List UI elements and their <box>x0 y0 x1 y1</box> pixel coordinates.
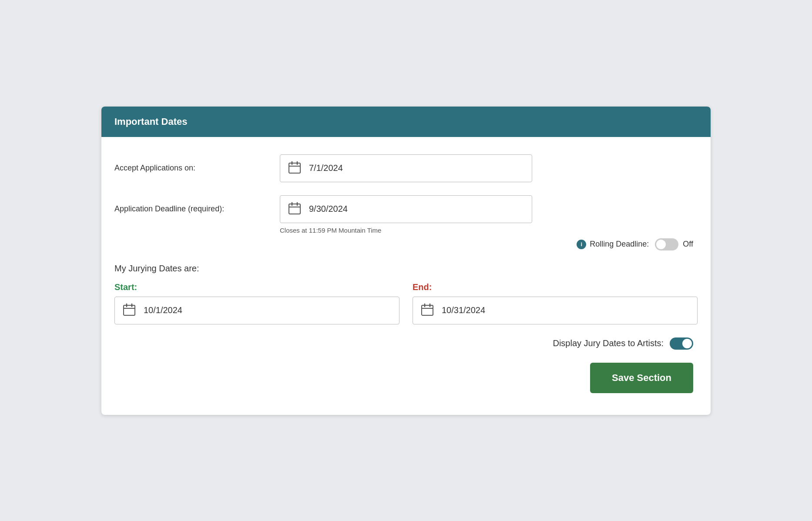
accept-applications-label: Accept Applications on: <box>114 164 280 173</box>
svg-rect-4 <box>289 204 300 214</box>
display-jury-dates-row: Display Jury Dates to Artists: <box>114 337 698 350</box>
jurying-start-label: Start: <box>114 282 399 292</box>
card-body: Accept Applications on: 7/1/2024 Applica… <box>101 137 711 415</box>
application-deadline-date-value: 9/30/2024 <box>309 204 348 214</box>
jurying-end-date-value: 10/31/2024 <box>442 305 485 315</box>
calendar-icon <box>288 202 301 217</box>
accept-applications-date-input[interactable]: 7/1/2024 <box>280 154 532 182</box>
rolling-deadline-slider <box>655 238 678 250</box>
svg-rect-8 <box>124 305 135 315</box>
save-section-button[interactable]: Save Section <box>590 363 693 393</box>
calendar-icon <box>123 303 136 318</box>
save-section-row: Save Section <box>114 363 698 393</box>
rolling-deadline-row: i Rolling Deadline: Off <box>114 238 698 250</box>
calendar-icon <box>421 303 434 318</box>
jurying-dates-label: My Jurying Dates are: <box>114 264 698 274</box>
jurying-dates-row: Start: 10/1/2024 <box>114 282 698 324</box>
card-title: Important Dates <box>114 116 698 127</box>
svg-rect-0 <box>289 163 300 173</box>
application-deadline-label: Application Deadline (required): <box>114 204 280 214</box>
svg-rect-12 <box>422 305 433 315</box>
rolling-deadline-label: Rolling Deadline: <box>590 240 649 249</box>
closes-text: Closes at 11:59 PM Mountain Time <box>280 227 698 234</box>
accept-applications-date-value: 7/1/2024 <box>309 163 343 173</box>
info-icon: i <box>577 240 586 249</box>
application-deadline-date-input[interactable]: 9/30/2024 <box>280 195 532 223</box>
calendar-icon <box>288 161 301 176</box>
jurying-end-date-input[interactable]: 10/31/2024 <box>413 297 698 324</box>
rolling-deadline-toggle[interactable] <box>655 238 678 250</box>
display-jury-dates-label: Display Jury Dates to Artists: <box>553 338 664 348</box>
application-deadline-row: Application Deadline (required): 9/30/20… <box>114 195 698 223</box>
display-jury-dates-slider <box>670 337 693 350</box>
jurying-dates-section: My Jurying Dates are: Start: <box>114 264 698 324</box>
jurying-end-label: End: <box>413 282 698 292</box>
important-dates-card: Important Dates Accept Applications on: … <box>101 107 711 415</box>
jurying-end-col: End: 10/31/2024 <box>413 282 698 324</box>
card-header: Important Dates <box>101 107 711 137</box>
jurying-start-col: Start: 10/1/2024 <box>114 282 399 324</box>
jurying-start-date-value: 10/1/2024 <box>144 305 182 315</box>
display-jury-dates-toggle[interactable] <box>670 337 693 350</box>
accept-applications-row: Accept Applications on: 7/1/2024 <box>114 154 698 182</box>
deadline-info: Closes at 11:59 PM Mountain Time <box>280 227 698 234</box>
rolling-deadline-state: Off <box>683 240 693 249</box>
jurying-start-date-input[interactable]: 10/1/2024 <box>114 297 399 324</box>
